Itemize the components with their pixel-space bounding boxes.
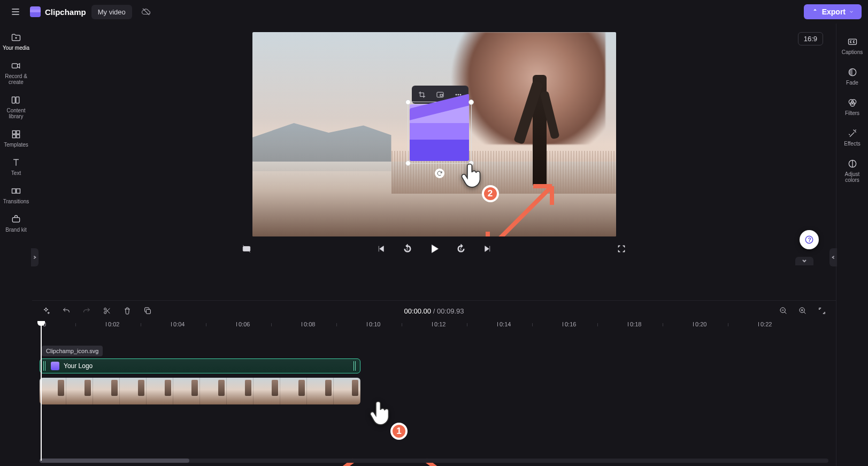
hamburger-icon (10, 6, 21, 17)
captions-icon (847, 36, 858, 47)
play-button[interactable] (426, 241, 442, 257)
sidebar-item-brand-kit[interactable]: Brand kit (1, 210, 31, 237)
svg-text:?: ? (808, 236, 811, 243)
right-item-filters[interactable]: Filters (838, 92, 867, 121)
ruler-tick: 0:18 (630, 321, 641, 327)
right-item-captions[interactable]: Captions (838, 31, 867, 60)
templates-icon (11, 129, 21, 140)
aspect-ratio-button[interactable]: 16:9 (798, 32, 823, 45)
overlay-clip-logo[interactable]: Your Logo (40, 358, 360, 373)
right-item-effects[interactable]: Effects (838, 123, 867, 152)
forward-5-icon: 5 (456, 244, 466, 254)
question-icon: ? (804, 235, 814, 245)
transitions-icon (11, 186, 21, 196)
time-ruler[interactable]: 00:020:040:060:080:100:120:140:160:180:2… (40, 321, 828, 333)
right-item-label: Captions (842, 49, 863, 55)
svg-rect-0 (12, 64, 18, 68)
help-button[interactable]: ? (800, 230, 819, 249)
svg-point-13 (458, 94, 459, 95)
sidebar-item-templates[interactable]: Templates (1, 125, 31, 152)
trash-icon (123, 307, 132, 315)
captions-toggle-button[interactable] (239, 241, 255, 257)
scrollbar-thumb[interactable] (40, 459, 189, 463)
clip-trim-left[interactable] (43, 361, 47, 371)
resize-handle-tr[interactable] (468, 100, 474, 105)
sidebar-item-your-media[interactable]: Your media (1, 28, 31, 55)
playhead[interactable] (41, 321, 42, 461)
sparkle-icon (42, 307, 50, 315)
skip-end-button[interactable] (480, 241, 496, 257)
sidebar-item-label: Templates (4, 142, 28, 148)
timeline-body[interactable]: 00:020:040:060:080:100:120:140:160:180:2… (32, 321, 836, 466)
svg-rect-4 (17, 131, 20, 134)
svg-rect-8 (17, 189, 20, 193)
rotate-icon (436, 170, 443, 177)
logo-overlay-icon (410, 104, 469, 161)
ruler-tick: 0:02 (108, 321, 119, 327)
skip-next-icon (483, 244, 493, 254)
ruler-tick: 0:14 (500, 321, 511, 327)
menu-button[interactable] (6, 3, 25, 21)
right-item-fade[interactable]: Fade (838, 62, 867, 91)
redo-button[interactable] (80, 304, 93, 317)
selected-overlay[interactable] (408, 102, 472, 164)
annotation-hand-1: 1 (367, 398, 415, 446)
upload-icon (811, 8, 819, 16)
duplicate-button[interactable] (141, 304, 154, 317)
sidebar-item-record[interactable]: Record & create (1, 56, 31, 89)
project-title[interactable]: My video (91, 5, 132, 19)
sidebar-item-label: Text (11, 170, 21, 176)
delete-button[interactable] (121, 304, 134, 317)
pip-icon (436, 90, 444, 99)
sidebar-item-label: Brand kit (5, 227, 26, 233)
app-logo[interactable]: Clipchamp (30, 6, 86, 17)
current-time: 00:00.00 (404, 307, 431, 315)
cloud-sync-button[interactable] (140, 5, 152, 18)
video-canvas[interactable]: 2 (252, 32, 616, 236)
chevron-down-icon (849, 9, 854, 14)
effects-icon (847, 128, 858, 139)
ruler-tick: 0:10 (369, 321, 380, 327)
sidebar-item-content-library[interactable]: Content library (1, 90, 31, 124)
resize-handle-bl[interactable] (405, 161, 411, 166)
sidebar-item-label: Your media (3, 45, 29, 51)
svg-rect-6 (17, 135, 20, 138)
skip-start-button[interactable] (373, 241, 389, 257)
zoom-in-button[interactable] (796, 304, 809, 317)
play-icon (428, 243, 440, 255)
brand-kit-icon (11, 214, 21, 225)
svg-text:5: 5 (406, 248, 408, 251)
sidebar-item-text[interactable]: Text (1, 153, 31, 180)
adjust-icon (847, 158, 858, 169)
clip-trim-right[interactable] (354, 361, 357, 371)
right-panel-collapse-handle[interactable] (829, 248, 837, 266)
ruler-tick: 0:22 (761, 321, 772, 327)
fullscreen-button[interactable] (613, 241, 629, 257)
folder-plus-icon (11, 32, 21, 43)
rotate-handle[interactable] (435, 169, 444, 178)
magic-button[interactable] (40, 304, 52, 317)
copy-icon (143, 307, 152, 315)
fullscreen-icon (617, 244, 626, 254)
split-button[interactable] (101, 304, 113, 317)
sidebar-item-label: Transitions (3, 198, 29, 204)
right-item-label: Filters (845, 110, 859, 116)
forward-5-button[interactable]: 5 (453, 241, 469, 257)
crop-button[interactable] (414, 88, 430, 102)
fit-button[interactable] (816, 304, 828, 317)
sidebar-item-label: Content library (1, 108, 31, 119)
sidebar-item-transitions[interactable]: Transitions (1, 181, 31, 209)
timeline-scrollbar[interactable] (40, 459, 828, 463)
scissors-icon (103, 307, 111, 315)
replay-5-button[interactable]: 5 (400, 241, 416, 257)
undo-button[interactable] (60, 304, 73, 317)
resize-handle-tl[interactable] (405, 100, 411, 105)
export-button[interactable]: Export (804, 4, 862, 19)
svg-rect-9 (12, 218, 19, 222)
timeline-collapse-button[interactable] (795, 257, 813, 265)
ruler-tick: 0:16 (565, 321, 576, 327)
clipchamp-mark-icon (30, 6, 41, 17)
right-item-adjust-colors[interactable]: Adjust colors (838, 153, 867, 188)
zoom-out-button[interactable] (777, 304, 790, 317)
main-video-clip[interactable] (40, 378, 360, 404)
